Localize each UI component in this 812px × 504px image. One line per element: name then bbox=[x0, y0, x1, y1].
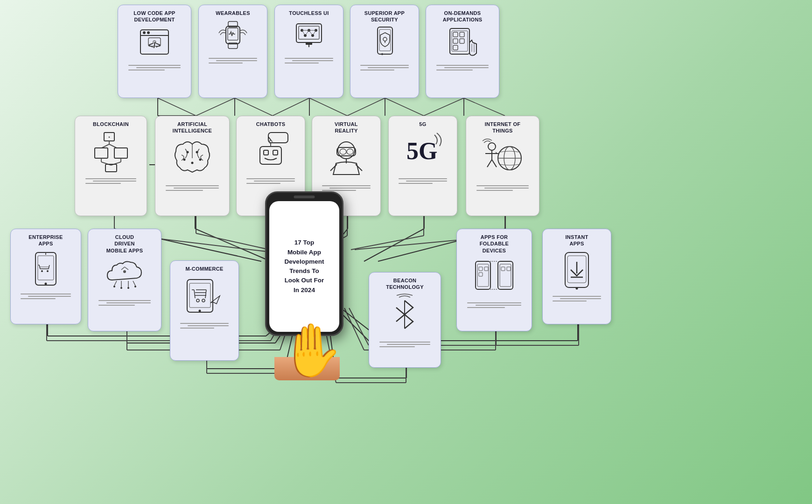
svg-line-14 bbox=[364, 229, 424, 261]
card-iot: INTERNET OFTHINGS bbox=[466, 116, 539, 216]
card-ai: ARTIFICIALINTELLIGENCE bbox=[155, 116, 230, 216]
svg-line-204 bbox=[309, 98, 347, 116]
svg-rect-49 bbox=[296, 24, 322, 42]
svg-line-203 bbox=[273, 98, 309, 116]
card-m-commerce: M-COMMERCE bbox=[170, 260, 239, 361]
card-superior-security-lines bbox=[360, 63, 409, 72]
card-cloud-driven-title: CLOUDDRIVENMOBILE APPS bbox=[106, 234, 143, 254]
svg-line-141 bbox=[194, 290, 195, 298]
svg-line-200 bbox=[158, 98, 196, 116]
svg-rect-83 bbox=[95, 148, 108, 158]
svg-line-81 bbox=[102, 144, 109, 148]
svg-point-91 bbox=[196, 151, 198, 153]
svg-line-8 bbox=[195, 229, 271, 261]
card-iot-lines bbox=[476, 184, 529, 192]
card-on-demands-title: ON-DEMANDSAPPLICATIONS bbox=[443, 10, 483, 23]
svg-rect-157 bbox=[479, 273, 483, 276]
card-chatbots-icon bbox=[250, 130, 292, 172]
svg-line-202 bbox=[235, 98, 273, 116]
svg-line-196 bbox=[344, 308, 364, 350]
card-vr-lines bbox=[322, 184, 371, 192]
svg-point-131 bbox=[113, 286, 115, 287]
svg-line-206 bbox=[385, 98, 424, 116]
card-enterprise-apps: ENTERPRISEAPPS bbox=[10, 229, 81, 324]
svg-rect-75 bbox=[453, 45, 458, 50]
svg-point-104 bbox=[340, 149, 346, 154]
svg-line-136 bbox=[121, 267, 125, 270]
card-5g: 5G 5G bbox=[388, 116, 457, 216]
card-foldable-icon bbox=[473, 257, 515, 296]
svg-point-125 bbox=[45, 282, 47, 285]
svg-rect-158 bbox=[501, 267, 505, 271]
card-blockchain: BLOCKCHAIN ▪ bbox=[75, 116, 147, 216]
svg-text:▪: ▪ bbox=[108, 134, 110, 140]
card-wearables: WEARABLES bbox=[198, 5, 267, 98]
svg-line-130 bbox=[133, 281, 135, 286]
card-chatbots-title: CHATBOTS bbox=[256, 121, 286, 127]
card-5g-lines bbox=[399, 177, 447, 185]
card-superior-security-icon bbox=[368, 26, 401, 59]
svg-point-113 bbox=[488, 143, 496, 150]
card-iot-title: INTERNET OFTHINGS bbox=[485, 121, 521, 134]
svg-line-179 bbox=[351, 236, 424, 250]
card-on-demands-lines bbox=[436, 63, 489, 72]
svg-rect-149 bbox=[476, 261, 490, 289]
card-touchless-ui-icon bbox=[293, 19, 325, 52]
svg-rect-150 bbox=[477, 264, 489, 287]
svg-rect-84 bbox=[114, 148, 127, 158]
card-low-code-title: LOW CODE APPDEVELOPMENT bbox=[133, 10, 175, 23]
card-instant-apps-lines bbox=[553, 294, 601, 303]
svg-line-145 bbox=[205, 290, 206, 298]
svg-point-147 bbox=[202, 299, 205, 302]
card-vr-title: VIRTUALREALITY bbox=[335, 121, 358, 134]
card-enterprise-apps-lines bbox=[21, 292, 70, 301]
card-beacon-icon bbox=[385, 294, 425, 336]
card-touchless-ui-lines bbox=[285, 56, 333, 65]
card-foldable: APPS FORFOLDABLEDEVICES bbox=[456, 229, 532, 331]
svg-point-93 bbox=[199, 158, 202, 161]
svg-line-201 bbox=[196, 98, 235, 116]
card-ai-lines bbox=[166, 184, 219, 192]
svg-text:⚙: ⚙ bbox=[152, 39, 157, 45]
svg-point-90 bbox=[187, 151, 189, 153]
card-ai-title: ARTIFICIALINTELLIGENCE bbox=[173, 121, 212, 134]
svg-rect-159 bbox=[507, 267, 511, 271]
svg-point-41 bbox=[147, 31, 150, 34]
card-low-code-lines bbox=[128, 63, 181, 72]
card-vr-icon bbox=[327, 137, 366, 179]
svg-rect-50 bbox=[299, 26, 319, 39]
card-blockchain-icon: ▪ bbox=[90, 130, 132, 172]
svg-point-105 bbox=[347, 149, 353, 154]
svg-point-94 bbox=[191, 161, 194, 164]
svg-rect-156 bbox=[484, 267, 488, 271]
card-chatbots-lines bbox=[246, 177, 295, 185]
card-beacon: BEACONTECHNOLOGY bbox=[369, 272, 441, 368]
svg-point-92 bbox=[183, 158, 186, 161]
svg-line-116 bbox=[487, 160, 492, 167]
card-m-commerce-title: M-COMMERCE bbox=[185, 266, 223, 272]
card-superior-security: SUPERIOR APPSECURITY bbox=[350, 5, 419, 98]
svg-rect-64 bbox=[378, 27, 392, 54]
svg-point-68 bbox=[381, 53, 383, 55]
card-cloud-driven: CLOUDDRIVENMOBILE APPS bbox=[88, 229, 161, 331]
svg-line-108 bbox=[356, 164, 362, 171]
hand-icon: 🤚 bbox=[279, 324, 343, 376]
svg-line-82 bbox=[109, 144, 117, 148]
card-touchless-ui: TOUCHLESS UI bbox=[274, 5, 343, 98]
svg-point-40 bbox=[143, 31, 146, 34]
svg-rect-71 bbox=[453, 32, 458, 37]
card-wearables-title: WEARABLES bbox=[216, 10, 250, 16]
svg-point-146 bbox=[196, 299, 199, 302]
svg-point-133 bbox=[127, 287, 129, 289]
infographic-container: LOW CODE APPDEVELOPMENT </> ⚙ WEARABLES bbox=[0, 0, 812, 504]
card-low-code: LOW CODE APPDEVELOPMENT </> ⚙ bbox=[118, 5, 191, 98]
card-foldable-lines bbox=[467, 301, 521, 309]
card-5g-title: 5G bbox=[419, 121, 426, 127]
svg-rect-155 bbox=[479, 267, 483, 271]
svg-rect-97 bbox=[260, 147, 281, 164]
card-beacon-title: BEACONTECHNOLOGY bbox=[386, 277, 424, 291]
svg-point-132 bbox=[120, 287, 122, 289]
svg-point-122 bbox=[47, 270, 49, 272]
card-instant-apps-title: INSTANTAPPS bbox=[566, 234, 588, 247]
phone-center-text: 17 TopMobile AppDevelopmentTrends ToLook… bbox=[285, 238, 324, 295]
